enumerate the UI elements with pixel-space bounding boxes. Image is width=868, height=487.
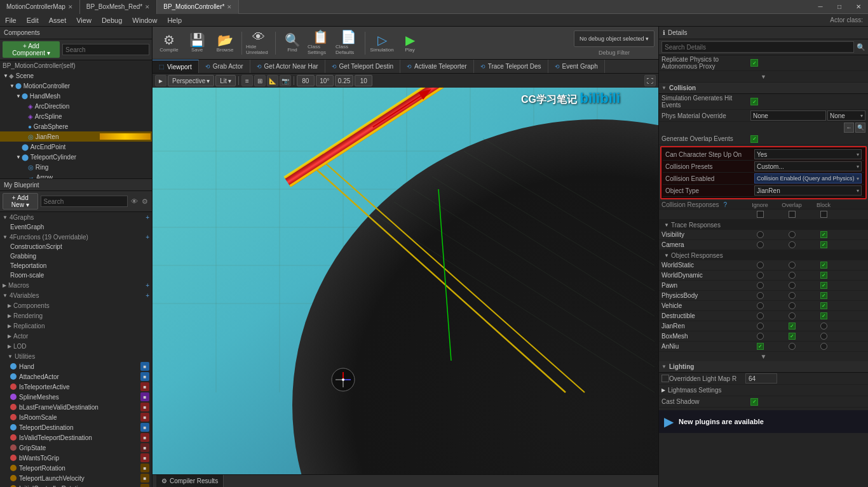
trace-teleport-tab[interactable]: ⟲ Trace Teleport Des xyxy=(474,60,548,73)
wd-ignore[interactable] xyxy=(744,272,776,279)
var-is-room-scale[interactable]: IsRoomScale ■ xyxy=(0,412,152,422)
tree-arc-direction[interactable]: ◈ ArcDirection xyxy=(0,101,152,111)
add-macro-button[interactable]: + xyxy=(146,282,149,289)
cast-shadow-checkbox[interactable]: ✓ xyxy=(750,398,758,406)
settings-icon[interactable]: ⚙ xyxy=(141,196,149,207)
generate-overlap-checkbox[interactable]: ✓ xyxy=(750,135,758,143)
minimize-button[interactable]: ─ xyxy=(811,0,830,14)
var-last-frame[interactable]: bLastFrameValidDestination ■ xyxy=(0,402,152,412)
camera-ignore[interactable] xyxy=(744,241,776,248)
save-button[interactable]: 💾 Save xyxy=(184,29,210,57)
tab-bp-motion-controller[interactable]: BP_MotionController* ✕ xyxy=(157,0,239,14)
visibility-block[interactable]: ✓ xyxy=(808,231,839,238)
menu-file[interactable]: File xyxy=(0,14,22,27)
find-button[interactable]: 🔍 Find xyxy=(280,29,305,57)
veh-block[interactable]: ✓ xyxy=(808,302,839,309)
tree-jian-ren[interactable]: ◎ JianRen xyxy=(0,131,152,142)
pawn-overlap[interactable] xyxy=(776,282,808,289)
block-all-check[interactable] xyxy=(808,211,839,218)
pb-overlap[interactable] xyxy=(776,292,808,299)
show-button[interactable]: ≡ xyxy=(241,75,253,86)
teleportation-item[interactable]: Teleportation xyxy=(0,261,152,270)
simulation-button[interactable]: ▷ Simulation xyxy=(369,29,395,57)
get-teleport-tab[interactable]: ⟲ Get Teleport Destin xyxy=(325,60,400,73)
jr-overlap[interactable]: ✓ xyxy=(776,323,808,330)
close-icon[interactable]: ✕ xyxy=(68,4,73,10)
rendering-sub[interactable]: ▶Rendering xyxy=(0,310,152,321)
an-overlap[interactable] xyxy=(776,343,808,350)
collision-presets-dropdown[interactable]: Custom... ▾ xyxy=(754,161,862,171)
get-actor-near-tab[interactable]: ⟲ Get Actor Near Har xyxy=(250,60,325,73)
compile-button[interactable]: ⚙ Compile xyxy=(156,29,182,57)
fullscreen-button[interactable]: ⛶ xyxy=(644,75,656,86)
overridden-light-checkbox[interactable] xyxy=(661,375,669,382)
collision-section-toggle[interactable]: ▼ Collision xyxy=(659,83,868,94)
maximize-button[interactable]: □ xyxy=(830,0,849,14)
tree-teleport-cylinder[interactable]: ▼⬤ TeleportCylinder xyxy=(0,152,152,162)
var-is-teleporter-active[interactable]: IsTeleporterActive ■ xyxy=(0,382,152,392)
utilities-sub[interactable]: ▼Utilities xyxy=(0,351,152,361)
compiler-results-tab[interactable]: ⚙ Compiler Results xyxy=(156,475,224,488)
menu-edit[interactable]: Edit xyxy=(22,14,44,27)
simulation-hit-checkbox[interactable]: ✓ xyxy=(750,98,758,105)
arrow-left-icon[interactable]: ← xyxy=(844,123,854,133)
realtime-button[interactable]: ► xyxy=(155,75,166,86)
replicate-physics-checkbox[interactable]: ✓ xyxy=(750,59,758,67)
var-grip-state[interactable]: GripState ■ xyxy=(0,443,152,453)
ignore-all-check[interactable] xyxy=(744,211,776,218)
add-function-button[interactable]: + xyxy=(146,234,149,241)
can-step-up-dropdown[interactable]: Yes ▾ xyxy=(754,149,862,159)
overlap-all-check[interactable] xyxy=(776,211,808,218)
lit-button[interactable]: Lit ▾ xyxy=(215,75,236,86)
play-button[interactable]: ▶ Play xyxy=(397,29,423,57)
browse-button[interactable]: 📂 Browse xyxy=(212,29,238,57)
ws-block[interactable]: ✓ xyxy=(808,262,839,269)
jr-ignore[interactable] xyxy=(744,323,776,330)
pb-ignore[interactable] xyxy=(744,292,776,299)
magnify-icon[interactable]: 🔍 xyxy=(855,123,865,133)
add-component-button[interactable]: + Add Component ▾ xyxy=(3,41,60,58)
var-teleport-rotation[interactable]: TeleportRotation ■ xyxy=(0,463,152,473)
collision-enabled-dropdown[interactable]: Collision Enabled (Query and Physics) ▾ xyxy=(754,173,862,183)
var-attached-actor[interactable]: AttachedActor ■ xyxy=(0,371,152,382)
close-icon[interactable]: ✕ xyxy=(145,4,150,10)
phys-material-type-dropdown[interactable]: None ▾ xyxy=(827,110,865,121)
tree-hand-mesh[interactable]: ▼⬤ HandMesh xyxy=(0,91,152,101)
lighting-section-toggle[interactable]: ▼ Lighting xyxy=(659,361,868,373)
add-graph-button[interactable]: + xyxy=(146,214,149,221)
hide-unrelated-button[interactable]: 👁 Hide Unrelated xyxy=(246,29,271,57)
bm-block[interactable] xyxy=(808,333,839,340)
viewport-tab[interactable]: ⬚ Viewport xyxy=(153,60,199,73)
wd-block[interactable]: ✓ xyxy=(808,272,839,279)
component-search-input[interactable] xyxy=(62,44,149,55)
camera-button[interactable]: 📷 xyxy=(280,75,291,86)
trace-responses-header[interactable]: ▼ Trace Responses xyxy=(659,220,868,230)
bm-overlap[interactable]: ✓ xyxy=(776,333,808,340)
visibility-overlap[interactable] xyxy=(776,231,808,238)
veh-overlap[interactable] xyxy=(776,302,808,309)
functions-section[interactable]: ▼4Functions (19 Overridable) + xyxy=(0,232,152,242)
dest-ignore[interactable] xyxy=(744,312,776,319)
add-new-button[interactable]: + Add New ▾ xyxy=(3,193,38,210)
add-variable-button[interactable]: + xyxy=(146,292,149,299)
var-spline-meshes[interactable]: SplineMeshes ■ xyxy=(0,392,152,402)
veh-ignore[interactable] xyxy=(744,302,776,309)
camera-block[interactable]: ✓ xyxy=(808,241,839,248)
var-initial-controller-rotation[interactable]: InitialControllerRotation ■ xyxy=(0,483,152,487)
details-search-input[interactable] xyxy=(661,41,854,53)
tree-arc-end-point[interactable]: ⬤ ArcEndPoint xyxy=(0,142,152,152)
var-teleport-launch-velocity[interactable]: TeleportLaunchVelocity ■ xyxy=(0,473,152,483)
tab-box-mesh[interactable]: BP_BoxMesh_Red* ✕ xyxy=(80,0,157,14)
event-graph-tab[interactable]: ⟲ Event Graph xyxy=(548,60,605,73)
class-settings-button[interactable]: 📋 Class Settings xyxy=(308,29,333,57)
replication-sub[interactable]: ▶Replication xyxy=(0,321,152,331)
var-wants-to-grip[interactable]: bWantsToGrip ■ xyxy=(0,453,152,463)
menu-window[interactable]: Window xyxy=(127,14,162,27)
pawn-ignore[interactable] xyxy=(744,282,776,289)
snap-button[interactable]: 📐 xyxy=(267,75,278,86)
room-scale-item[interactable]: Room-scale xyxy=(0,270,152,280)
var-is-valid-teleport[interactable]: IsValidTeleportDestination ■ xyxy=(0,432,152,443)
debug-filter-dropdown[interactable]: No debug object selected ▾ xyxy=(574,30,654,47)
help-icon[interactable]: ? xyxy=(723,201,727,208)
grab-actor-tab[interactable]: ⟲ Grab Actor xyxy=(199,60,250,73)
